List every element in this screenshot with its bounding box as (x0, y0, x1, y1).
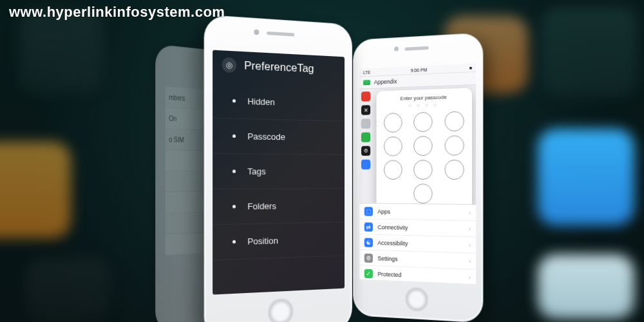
bg-blur-icon (538, 129, 634, 225)
bullet-icon (232, 135, 236, 138)
menu-label: Passcode (247, 131, 285, 142)
home-button[interactable] (268, 298, 293, 322)
chevron-right-icon: › (468, 225, 470, 232)
chevron-right-icon: › (468, 209, 470, 216)
keypad-9[interactable] (444, 160, 464, 180)
keypad-7[interactable] (384, 160, 402, 180)
nav-title: Appendix (374, 78, 397, 86)
keypad-2[interactable] (414, 112, 433, 133)
status-time: 9:06 PM (411, 67, 428, 72)
side-icon[interactable] (361, 91, 370, 102)
accessibility-icon: ☯ (365, 238, 373, 247)
menu-item-hidden[interactable]: Hidden (213, 83, 345, 122)
phone-preference-tag: ◎ PreferenceTag Hidden Passcode Tags Fol… (204, 15, 352, 322)
settings-row-apps[interactable]: ⬚ Apps › (359, 204, 476, 221)
shield-icon: ✓ (365, 269, 373, 278)
keypad-1[interactable] (384, 113, 402, 133)
keypad-6[interactable] (444, 135, 464, 156)
status-battery: ■ (469, 65, 472, 70)
side-icon[interactable] (361, 160, 370, 169)
menu-label: Tags (247, 166, 266, 176)
bg-blur-icon (19, 10, 103, 93)
menu-label: Folders (247, 201, 276, 211)
chevron-right-icon: › (468, 242, 470, 249)
gear-icon[interactable]: ⚙ (361, 146, 370, 156)
front-camera-icon (254, 29, 259, 35)
row-label: Apps (377, 208, 390, 214)
earpiece-icon (404, 46, 428, 51)
menu-item-tags[interactable]: Tags (213, 154, 345, 189)
menu-item-position[interactable]: Position (213, 222, 345, 260)
side-icon[interactable] (361, 132, 370, 142)
keypad-4[interactable] (384, 137, 402, 156)
status-left: LTE (363, 70, 371, 75)
app-icon (363, 80, 370, 85)
back-button[interactable]: ◎ (222, 57, 237, 73)
screen-passcode: LTE 9:06 PM ■ Appendix ✕ ⚙ (359, 63, 476, 284)
side-app-icons: ✕ ⚙ (361, 91, 370, 169)
keypad-5[interactable] (414, 136, 433, 156)
chevron-right-icon: › (468, 258, 470, 265)
side-icon[interactable] (361, 118, 370, 128)
close-icon[interactable]: ✕ (361, 105, 370, 115)
menu-label: Hidden (247, 96, 275, 107)
header: ◎ PreferenceTag (213, 50, 345, 86)
home-button[interactable] (405, 287, 428, 312)
earpiece-icon (267, 32, 294, 37)
bullet-icon (232, 205, 236, 208)
connectivity-icon: ⇄ (365, 222, 373, 231)
bullet-icon (232, 169, 236, 173)
menu-item-passcode[interactable]: Passcode (213, 118, 345, 155)
menu-list: Hidden Passcode Tags Folders Position (213, 80, 345, 260)
apps-icon: ⬚ (365, 207, 373, 216)
front-camera-icon (394, 46, 399, 51)
bg-blur-icon (538, 254, 634, 319)
menu-label: Position (247, 236, 278, 247)
passcode-keypad (380, 111, 468, 204)
bullet-icon (232, 99, 236, 102)
keypad-8[interactable] (414, 160, 433, 180)
keypad-3[interactable] (444, 111, 464, 131)
keypad-0[interactable] (414, 184, 433, 204)
gear-icon: ⚙ (365, 253, 373, 263)
passcode-dots: ○ ○ ○ ○ (380, 101, 468, 109)
bg-blur-icon (541, 6, 638, 97)
row-label: Settings (377, 255, 397, 262)
page-title: PreferenceTag (244, 59, 314, 76)
watermark-url: www.hyperlinkinfosystem.com (9, 4, 225, 21)
row-label: Protected (377, 270, 401, 278)
bullet-icon (232, 240, 236, 243)
settings-list: ⬚ Apps › ⇄ Connectivity › ☯ Accessibilit… (359, 203, 476, 284)
bg-blur-icon (0, 142, 71, 238)
bg-blur-icon (26, 258, 109, 322)
menu-item-folders[interactable]: Folders (213, 189, 345, 225)
promo-banner: www.hyperlinkinfosystem.com mbers› On› o… (0, 0, 644, 322)
screen-preference-tag: ◎ PreferenceTag Hidden Passcode Tags Fol… (213, 50, 345, 295)
row-label: Accessibility (377, 239, 408, 246)
row-label: Connectivity (377, 223, 408, 231)
chevron-right-icon: › (468, 274, 470, 281)
phone-passcode: LTE 9:06 PM ■ Appendix ✕ ⚙ (353, 32, 483, 322)
passcode-popover: Enter your passcode ○ ○ ○ ○ (377, 88, 472, 211)
back-icon: ◎ (226, 60, 232, 70)
